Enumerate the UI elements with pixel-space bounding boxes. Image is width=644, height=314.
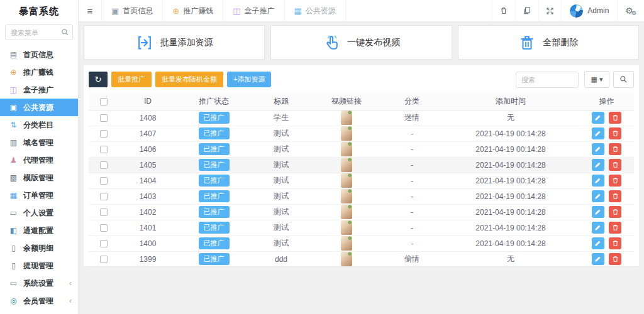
category-icon: ⇅ (8, 121, 19, 129)
cell-time: 2021-04-19 00:14:28 (442, 236, 579, 251)
table-row: 1399 已推广 ddd 偷情 无 (89, 251, 634, 267)
video-thumbnail[interactable] (341, 126, 352, 141)
edit-button[interactable] (592, 175, 604, 187)
delete-button[interactable] (609, 253, 621, 265)
video-thumbnail[interactable] (341, 111, 352, 125)
delete-button[interactable] (609, 237, 621, 249)
video-thumbnail[interactable] (341, 142, 352, 156)
delete-button[interactable] (609, 175, 621, 187)
cell-time: 无 (442, 251, 579, 267)
sidebar-item-public-resource[interactable]: ▣ 公共资源 (0, 99, 78, 116)
cell-title: ddd (251, 251, 311, 267)
sidebar-item-channel[interactable]: ◧ 通道配置 (0, 222, 78, 239)
sidebar-item-home[interactable]: ▤ 首页信息 (0, 46, 78, 63)
sidebar-item-category[interactable]: ⇅ 分类栏目 (0, 116, 78, 134)
edit-button[interactable] (592, 222, 604, 234)
table-row: 1406 已推广 测试 - 2021-04-19 00:14:28 (89, 141, 634, 157)
select-all-checkbox[interactable] (100, 98, 108, 106)
batch-add-resource-card[interactable]: 批量添加资源 (84, 25, 265, 60)
sidebar-item-template[interactable]: ▧ 模版管理 (0, 169, 78, 187)
withdraw-icon: ▯ (8, 261, 19, 270)
copy-file-icon[interactable] (515, 0, 538, 21)
edit-button[interactable] (592, 112, 604, 124)
cell-id: 1404 (119, 173, 177, 188)
table-search-button[interactable] (613, 71, 634, 88)
video-thumbnail[interactable] (341, 220, 352, 235)
sidebar-item-order[interactable]: ▦ 订单管理 (0, 187, 78, 204)
row-checkbox[interactable] (100, 240, 108, 247)
navbar-actions: Admin ⚙⚙ (492, 0, 644, 21)
admin-menu[interactable]: Admin (561, 0, 617, 21)
delete-button[interactable] (609, 159, 621, 171)
table-search-input[interactable] (516, 72, 579, 88)
tab-home[interactable]: ▣ 首页信息 (101, 0, 162, 21)
video-thumbnail[interactable] (341, 236, 352, 251)
video-thumbnail[interactable] (341, 189, 352, 203)
edit-button[interactable] (592, 253, 604, 265)
domain-icon: ▥ (8, 138, 19, 147)
sidebar-item-withdraw[interactable]: ▯ 提现管理 (0, 257, 78, 274)
tab-box-promote[interactable]: ◫ 盒子推广 (223, 0, 284, 21)
sidebar-item-box-promote[interactable]: ◫ 盒子推广 (0, 81, 78, 99)
refresh-button[interactable]: ↻ (89, 72, 108, 87)
trash-icon[interactable] (492, 0, 515, 21)
sidebar-item-member[interactable]: ◎ 会员管理 ‹ (0, 292, 78, 310)
edit-button[interactable] (592, 190, 604, 202)
video-thumbnail[interactable] (341, 158, 352, 172)
tab-label: 公共资源 (306, 6, 336, 16)
delete-button[interactable] (609, 222, 621, 234)
sidebar-item-system[interactable]: ▭ 系统设置 ‹ (0, 274, 78, 292)
row-checkbox[interactable] (100, 161, 108, 169)
promote-earn-icon: ⊕ (8, 68, 19, 77)
edit-button[interactable] (592, 143, 604, 155)
tab-promote-earn[interactable]: ⊕ 推广赚钱 (162, 0, 223, 21)
delete-button[interactable] (609, 143, 621, 155)
one-key-publish-card[interactable]: 一键发布视频 (270, 25, 452, 60)
delete-button[interactable] (609, 206, 621, 218)
row-checkbox[interactable] (100, 224, 108, 232)
batch-promote-button[interactable]: 批量推广 (111, 72, 152, 87)
edit-button[interactable] (592, 127, 604, 139)
cell-title: 测试 (251, 188, 311, 204)
delete-button[interactable] (609, 127, 621, 139)
delete-button[interactable] (609, 190, 621, 202)
columns-dropdown-button[interactable]: ▦ ▾ (584, 71, 609, 88)
delete-all-card[interactable]: 全部删除 (458, 25, 639, 60)
sidebar-item-domain[interactable]: ▥ 域名管理 (0, 134, 78, 151)
edit-button[interactable] (592, 237, 604, 249)
action-cards: 批量添加资源 一键发布视频 全部删除 (84, 25, 639, 60)
cell-time: 2021-04-19 00:14:28 (442, 188, 579, 204)
settings-gears-icon[interactable]: ⚙⚙ (617, 0, 644, 21)
card-label: 一键发布视频 (347, 37, 400, 48)
delete-button[interactable] (609, 112, 621, 124)
menu-toggle-icon[interactable]: ≡ (79, 0, 101, 21)
video-thumbnail[interactable] (341, 252, 352, 266)
row-checkbox[interactable] (100, 177, 108, 185)
video-thumbnail[interactable] (341, 205, 352, 219)
row-checkbox[interactable] (100, 146, 108, 153)
edit-button[interactable] (592, 159, 604, 171)
cell-title: 测试 (251, 157, 311, 173)
tab-public-resource[interactable]: ▦ 公共资源 (284, 0, 346, 21)
table-row: 1403 已推广 测试 - 2021-04-19 00:14:28 (89, 188, 634, 204)
batch-random-amount-button[interactable]: 批量发布随机金额 (155, 72, 223, 87)
sidebar-item-agent[interactable]: ♟ 代理管理 (0, 151, 78, 169)
row-checkbox[interactable] (100, 193, 108, 200)
row-checkbox[interactable] (100, 208, 108, 216)
fullscreen-icon[interactable] (538, 0, 561, 21)
row-checkbox[interactable] (100, 256, 108, 263)
video-thumbnail[interactable] (341, 173, 352, 188)
chevron-left-icon: ‹ (69, 279, 72, 288)
sidebar-item-profile[interactable]: ▭ 个人设置 (0, 204, 78, 222)
cell-id: 1406 (119, 141, 177, 157)
nav-tabs: ▣ 首页信息 ⊕ 推广赚钱 ◫ 盒子推广 ▦ 公共资源 (101, 0, 346, 21)
sidebar-item-promote-earn[interactable]: ⊕ 推广赚钱 (0, 63, 78, 81)
table-row: 1404 已推广 测试 - 2021-04-19 00:14:28 (89, 173, 634, 188)
add-resource-button[interactable]: +添加资源 (227, 72, 271, 87)
sidebar-item-balance[interactable]: ▯ 余额明细 (0, 239, 78, 257)
row-checkbox[interactable] (100, 130, 108, 138)
sidebar-item-label: 会员管理 (23, 296, 53, 306)
edit-button[interactable] (592, 206, 604, 218)
row-checkbox[interactable] (100, 114, 108, 122)
admin-label: Admin (587, 6, 609, 15)
